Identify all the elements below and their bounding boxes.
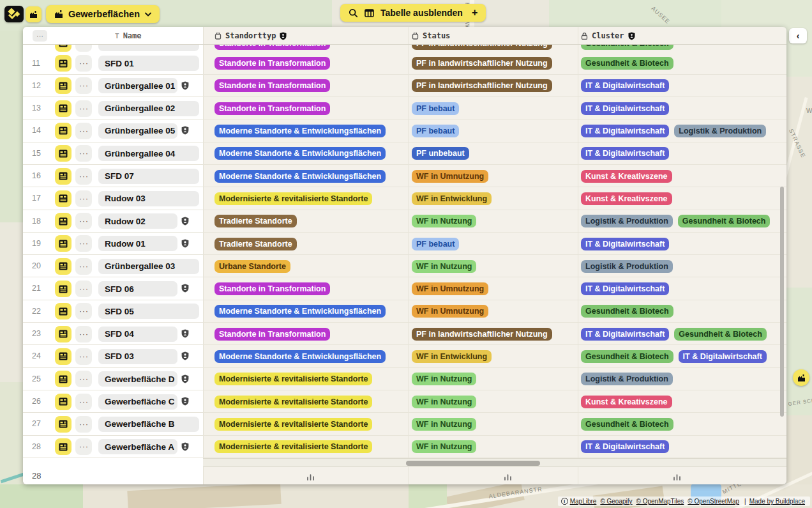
name-cell[interactable]: SFD 01 <box>98 56 199 71</box>
standorttyp-cell[interactable]: Modernisierte & revitalisierte Standorte <box>214 413 372 435</box>
standorttyp-cell[interactable]: Modernisierte & revitalisierte Standorte <box>214 187 372 210</box>
row-more-button[interactable]: ··· <box>75 190 92 207</box>
open-record-button[interactable] <box>55 168 71 185</box>
name-cell[interactable]: Rudow 02 <box>98 213 177 229</box>
attribution-made-by-link[interactable]: Made by Buildplace <box>749 498 805 505</box>
add-button[interactable]: + <box>472 7 477 19</box>
status-cell[interactable]: PF in landwirtschaftlicher Nutzung <box>412 52 552 75</box>
workspace-selector[interactable]: Gewerbeflächen <box>46 5 160 23</box>
status-cell[interactable]: WF in Umnutzung <box>412 277 488 300</box>
cluster-cell[interactable]: Logistik & Produktion <box>581 255 673 277</box>
row-more-button[interactable]: ··· <box>75 438 92 455</box>
name-cell[interactable]: Gewerbefläche C <box>98 394 177 410</box>
row-more-button[interactable]: ··· <box>75 326 92 343</box>
attribution-link[interactable]: © Geoapify <box>600 498 632 505</box>
status-cell[interactable]: PF bebaut <box>412 233 459 255</box>
name-cell[interactable]: Gewerbefläche D <box>98 371 177 387</box>
standorttyp-cell[interactable]: Standorte in Transformation <box>214 45 330 52</box>
open-record-button[interactable] <box>55 326 71 343</box>
standorttyp-cell[interactable]: Moderne Standorte & Entwicklungsflächen <box>214 165 386 187</box>
standorttyp-cell[interactable]: Moderne Standorte & Entwicklungsflächen <box>214 142 386 165</box>
status-cell[interactable]: WF in Entwicklung <box>412 345 492 367</box>
open-record-button[interactable] <box>55 416 71 433</box>
open-record-button[interactable] <box>55 100 71 117</box>
row-more-button[interactable]: ··· <box>75 213 92 229</box>
cluster-cell[interactable]: IT & Digitalwirtschaft <box>581 233 669 255</box>
status-cell[interactable]: PF in landwirtschaftlicher Nutzung <box>412 75 552 97</box>
name-cell[interactable]: Grünbergallee 04 <box>98 146 199 161</box>
status-cell[interactable]: PF in landwirtschaftlicher Nutzung <box>412 323 552 345</box>
status-cell[interactable]: PF bebaut <box>412 97 459 119</box>
row-more-button[interactable]: ··· <box>75 235 92 252</box>
info-icon[interactable]: i <box>561 498 568 505</box>
name-cell[interactable]: Grünbergallee 03 <box>98 259 199 274</box>
horizontal-scrollbar-thumb[interactable] <box>406 461 540 466</box>
map-layer-fab[interactable] <box>793 369 809 386</box>
status-cell[interactable]: WF in Nutzung <box>412 390 476 413</box>
name-cell[interactable]: Rudow 03 <box>98 191 199 206</box>
cluster-cell[interactable]: Gesundheit & BiotechIT & Digitalwirtscha… <box>581 345 767 367</box>
row-more-button[interactable]: ··· <box>75 348 92 365</box>
open-record-button[interactable] <box>55 77 71 94</box>
status-cell[interactable]: WF in Nutzung <box>412 210 476 233</box>
standorttyp-cell[interactable]: Moderne Standorte & Entwicklungsflächen <box>214 345 386 367</box>
app-logo[interactable] <box>4 6 24 22</box>
standorttyp-cell[interactable]: Modernisierte & revitalisierte Standorte <box>214 368 372 390</box>
row-more-button[interactable]: ··· <box>75 371 92 387</box>
search-table-toolbar[interactable]: Tabelle ausblenden + <box>340 4 486 22</box>
name-cell[interactable]: SFD 06 <box>98 281 177 296</box>
column-header-status[interactable]: Status <box>412 27 450 45</box>
name-cell[interactable]: SFD 07 <box>98 169 199 184</box>
row-more-button[interactable]: ··· <box>75 303 92 319</box>
row-more-button[interactable]: ··· <box>75 123 92 139</box>
status-cell[interactable]: WF in Nutzung <box>412 255 476 277</box>
open-record-button[interactable] <box>55 394 71 410</box>
row-more-button[interactable]: ··· <box>75 100 92 117</box>
cluster-cell[interactable]: IT & Digitalwirtschaft <box>581 97 669 119</box>
column-header-cluster[interactable]: Cluster <box>581 27 635 45</box>
cluster-cell[interactable]: IT & Digitalwirtschaft <box>581 436 669 458</box>
name-cell[interactable]: Grünbergallee 02 <box>98 101 199 116</box>
name-cell[interactable]: Gewerbefläche A <box>98 439 177 454</box>
row-more-button[interactable]: ··· <box>75 168 92 185</box>
open-record-button[interactable] <box>55 303 71 319</box>
standorttyp-cell[interactable]: Urbane Standorte <box>214 255 290 277</box>
standorttyp-cell[interactable]: Standorte in Transformation <box>214 52 330 75</box>
cluster-cell[interactable]: Gesundheit & Biotech <box>581 413 673 435</box>
cluster-cell[interactable]: Kunst & Kreativszene <box>581 165 672 187</box>
row-more-button[interactable]: ··· <box>75 77 92 94</box>
column-header-name[interactable]: T Name <box>115 27 142 45</box>
status-cell[interactable]: WF in Umnutzung <box>412 165 488 187</box>
standorttyp-cell[interactable]: Moderne Standorte & Entwicklungsflächen <box>214 119 386 142</box>
column-summary-chart-icon[interactable] <box>504 472 512 483</box>
column-summary-chart-icon[interactable] <box>673 472 681 483</box>
status-cell[interactable]: WF in Nutzung <box>412 413 476 435</box>
cluster-cell[interactable]: Gesundheit & Biotech <box>581 45 673 52</box>
search-icon[interactable] <box>349 8 358 18</box>
status-cell[interactable]: WF in Umnutzung <box>412 300 488 323</box>
collapse-table-button[interactable]: ‹ <box>789 28 807 43</box>
standorttyp-cell[interactable]: Standorte in Transformation <box>214 75 330 97</box>
cluster-cell[interactable]: IT & Digitalwirtschaft <box>581 142 669 165</box>
attribution-link[interactable]: © OpenStreetMap <box>688 498 739 505</box>
open-record-button[interactable] <box>55 258 71 275</box>
attribution-link[interactable]: © OpenMapTiles <box>636 498 684 505</box>
standorttyp-cell[interactable]: Standorte in Transformation <box>214 323 330 345</box>
cluster-cell[interactable]: IT & DigitalwirtschaftGesundheit & Biote… <box>581 323 767 345</box>
row-more-button[interactable]: ··· <box>75 416 92 433</box>
home-button[interactable] <box>26 6 41 22</box>
row-more-button[interactable]: ··· <box>75 45 92 52</box>
row-more-button[interactable]: ··· <box>75 55 92 72</box>
open-record-button[interactable] <box>55 371 71 387</box>
vertical-scrollbar[interactable] <box>780 187 784 417</box>
status-cell[interactable]: WF in Entwicklung <box>412 187 492 210</box>
open-record-button[interactable] <box>55 213 71 229</box>
cluster-cell[interactable]: Gesundheit & Biotech <box>581 52 673 75</box>
standorttyp-cell[interactable]: Tradierte Standorte <box>214 210 297 233</box>
row-more-button[interactable]: ··· <box>75 258 92 275</box>
open-record-button[interactable] <box>55 45 71 52</box>
name-cell[interactable]: SFD 05 <box>98 304 199 319</box>
row-more-button[interactable]: ··· <box>75 394 92 410</box>
standorttyp-cell[interactable]: Modernisierte & revitalisierte Standorte <box>214 436 372 458</box>
cluster-cell[interactable]: Logistik & ProduktionGesundheit & Biotec… <box>581 210 770 233</box>
